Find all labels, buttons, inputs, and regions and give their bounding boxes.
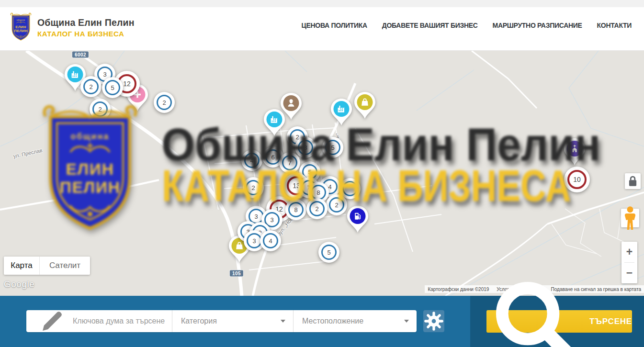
cluster-count: 5 <box>111 84 114 91</box>
marker-cluster[interactable]: 8 <box>285 199 306 220</box>
marker-cluster[interactable]: 5 <box>322 137 343 158</box>
street-view-pegman-button[interactable] <box>621 209 639 227</box>
cluster-count: 2 <box>251 184 255 191</box>
marker-cluster[interactable]: 2 <box>80 76 102 97</box>
map-type-satellite-button[interactable]: Сателит <box>39 257 90 275</box>
cluster-count: 4 <box>250 157 253 164</box>
pencil-icon <box>39 308 66 335</box>
cluster-count: 4 <box>269 237 272 245</box>
cluster-count: 2 <box>98 106 102 113</box>
site-header: община ЕЛИН ПЕЛИН Община Елин Пелин КАТА… <box>0 0 644 51</box>
cluster-count: 8 <box>316 189 320 196</box>
search-bar: ТЪРСЕНЕ Категория Местоположение <box>0 296 644 347</box>
keyword-input[interactable] <box>73 317 172 325</box>
chevron-down-icon <box>281 320 285 323</box>
map-type-map-button[interactable]: Карта <box>4 257 39 275</box>
cluster-count: 12 <box>123 80 131 88</box>
municipal-coat-of-arms-logo: община ЕЛИН ПЕЛИН <box>10 12 32 43</box>
cluster-count: 7 <box>288 159 291 167</box>
gear-icon <box>423 311 444 332</box>
map-canvas[interactable]: ул. Преславбул. „Новоселции" 6002105 <box>0 51 644 296</box>
page: община ЕЛИН ПЕЛИН Община Елин Пелин КАТА… <box>0 0 644 347</box>
brand-text: Община Елин Пелин КАТАЛОГ НА БИЗНЕСА <box>37 17 135 38</box>
map-type-control: Карта Сателит <box>4 257 90 275</box>
location-select-value: Местоположение <box>302 317 363 325</box>
pegman-icon <box>621 205 639 231</box>
cluster-count: 2 <box>89 83 92 90</box>
zoom-out-button[interactable]: − <box>621 263 637 283</box>
cluster-count: 6 <box>271 154 274 161</box>
marker-cluster[interactable]: 4 <box>260 230 281 251</box>
search-button-label: ТЪРСЕНЕ <box>589 317 632 326</box>
fuel-marker[interactable] <box>347 205 369 233</box>
advanced-settings-button[interactable] <box>423 310 444 332</box>
zoom-control: + − <box>621 242 637 283</box>
factory-marker[interactable] <box>330 98 352 126</box>
cluster-count: 5 <box>308 168 311 176</box>
marker-cluster[interactable]: 5 <box>102 77 123 98</box>
svg-text:ЕЛИН: ЕЛИН <box>15 25 26 29</box>
marker-cluster[interactable]: 2 <box>90 99 111 120</box>
site-title: Община Елин Пелин <box>37 17 135 28</box>
marker-cluster[interactable]: 2 <box>243 177 264 198</box>
cluster-count: 3 <box>103 71 106 78</box>
search-button[interactable]: ТЪРСЕНЕ <box>486 310 632 333</box>
nav-contacts[interactable]: КОНТАКТИ <box>597 22 632 29</box>
bag-marker[interactable] <box>354 91 376 119</box>
cluster-count: 2 <box>315 205 318 213</box>
category-select[interactable]: Категория <box>172 310 294 332</box>
cluster-count: 2 <box>335 201 338 209</box>
chevron-down-icon <box>404 320 409 323</box>
marker-cluster[interactable]: 5 <box>318 242 339 263</box>
location-select[interactable]: Местоположение <box>294 310 417 332</box>
svg-text:община: община <box>17 19 25 21</box>
marker-cluster[interactable]: 7 <box>279 152 300 173</box>
marker-cluster[interactable]: 3 <box>295 137 316 158</box>
cluster-count: 8 <box>294 206 297 213</box>
magnifier-icon <box>486 272 585 347</box>
category-select-value: Категория <box>181 317 217 325</box>
nav-pricing-policy[interactable]: ЦЕНОВА ПОЛИТИКА <box>302 22 367 29</box>
attribution-copyright: Картографски данни ©2019 <box>428 287 489 292</box>
marker-cluster[interactable]: 2 <box>326 194 347 215</box>
cluster-count: 3 <box>270 216 273 224</box>
church-marker[interactable] <box>564 138 586 166</box>
cluster-count: 3 <box>304 144 307 151</box>
cluster-count: 5 <box>331 144 334 151</box>
google-logo[interactable]: Google <box>4 279 34 290</box>
svg-text:ПЕЛИН: ПЕЛИН <box>14 29 27 33</box>
cluster-count: 5 <box>327 249 330 256</box>
factory-marker[interactable] <box>263 109 285 136</box>
zoom-in-button[interactable]: + <box>621 242 637 262</box>
brand-home-link[interactable]: община ЕЛИН ПЕЛИН Община Елин Пелин КАТА… <box>10 12 135 43</box>
cluster-count: 10 <box>573 176 581 183</box>
keyword-field[interactable] <box>26 310 172 332</box>
main-nav: ЦЕНОВА ПОЛИТИКА ДОБАВЕТЕ ВАШИЯТ БИЗНЕС М… <box>302 0 632 51</box>
cluster-count: 3 <box>252 237 256 245</box>
nav-add-your-business[interactable]: ДОБАВЕТЕ ВАШИЯТ БИЗНЕС <box>382 22 478 29</box>
marker-cluster[interactable]: 10 <box>564 167 590 192</box>
cluster-count: 4 <box>328 183 331 190</box>
site-subtitle: КАТАЛОГ НА БИЗНЕСА <box>37 30 135 38</box>
lock-icon <box>625 173 641 189</box>
lock-button[interactable] <box>625 173 641 189</box>
search-fields: Категория Местоположение <box>26 310 417 332</box>
nav-route-schedule[interactable]: МАРШРУТНО РАЗПИСАНИЕ <box>493 22 582 29</box>
cluster-count: 3 <box>254 213 258 220</box>
cluster-count: 2 <box>162 99 166 106</box>
marker-cluster[interactable]: 4 <box>241 150 262 171</box>
search-button-panel: ТЪРСЕНЕ <box>470 296 644 347</box>
marker-cluster[interactable]: 2 <box>154 92 175 113</box>
marker-cluster[interactable]: 2 <box>306 198 328 219</box>
